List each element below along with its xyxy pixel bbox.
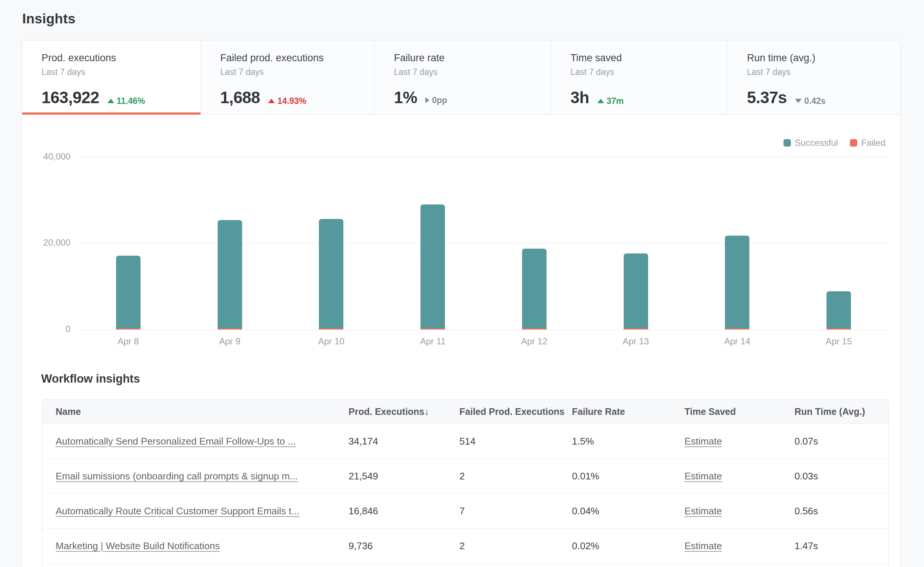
column-header-failed-prod-executions[interactable]: Failed Prod. Executions (459, 406, 572, 417)
table-header-row: Name Prod. Executions↓ Failed Prod. Exec… (42, 400, 888, 424)
bar-group (624, 253, 648, 329)
table-row: Automatically Send Personalized Email Fo… (42, 424, 888, 459)
run-time-cell: 0.56s (795, 505, 888, 517)
failure-rate-cell: 1.5% (572, 436, 685, 447)
time-saved-estimate-link[interactable]: Estimate (684, 540, 722, 551)
failed-prod-executions-cell: 2 (459, 471, 572, 482)
time-saved-estimate-link[interactable]: Estimate (684, 505, 722, 517)
card-period: Last 7 days (42, 67, 193, 77)
sort-desc-icon: ↓ (424, 406, 429, 417)
bar-successful (319, 219, 344, 328)
run-time-cell: 1.47s (795, 540, 888, 552)
bar-successful (725, 236, 749, 328)
workflow-insights-table: Name Prod. Executions↓ Failed Prod. Exec… (42, 399, 889, 567)
card-run-time-avg[interactable]: Run time (avg.) Last 7 days 5.37s 0.42s (727, 41, 900, 114)
column-header-name[interactable]: Name (42, 406, 348, 417)
column-header-failure-rate[interactable]: Failure Rate (572, 406, 685, 417)
card-value: 1% (394, 88, 417, 107)
time-saved-estimate-link[interactable]: Estimate (684, 471, 722, 482)
bar-group (420, 205, 445, 329)
legend-label: Failed (861, 138, 885, 148)
card-prod-executions[interactable]: Prod. executions Last 7 days 163,922 11.… (22, 41, 201, 114)
failed-prod-executions-cell: 7 (459, 505, 572, 517)
bar-group (116, 256, 141, 329)
bar-failed (420, 328, 445, 329)
arrow-down-icon (795, 99, 802, 103)
bar-failed (319, 328, 344, 329)
bar-successful (522, 249, 546, 328)
legend-item-successful[interactable]: Successful (783, 138, 838, 148)
insights-content: Prod. executions Last 7 days 163,922 11.… (22, 40, 901, 567)
card-delta: 0pp (425, 95, 447, 105)
prod-executions-cell: 21,549 (348, 471, 459, 482)
column-header-time-saved[interactable]: Time Saved (684, 406, 795, 417)
card-time-saved[interactable]: Time saved Last 7 days 3h 37m (551, 41, 728, 114)
bar-successful (218, 220, 242, 328)
card-period: Last 7 days (220, 67, 367, 77)
insights-panel: Successful Failed 40,000 20,000 0 Apr 8A… (22, 115, 901, 567)
bar-failed (116, 328, 141, 329)
workflow-name-link[interactable]: Automatically Route Critical Customer Su… (56, 505, 299, 517)
card-period: Last 7 days (394, 67, 544, 77)
run-time-cell: 0.07s (795, 436, 888, 447)
y-tick-label: 40,000 (22, 151, 70, 162)
column-header-run-time[interactable]: Run Time (Avg.) (795, 406, 888, 417)
card-period: Last 7 days (747, 67, 892, 77)
card-delta: 14.93% (268, 96, 306, 106)
card-value: 163,922 (42, 88, 99, 107)
metric-cards-row: Prod. executions Last 7 days 163,922 11.… (22, 40, 901, 115)
bar-failed (218, 328, 242, 329)
bar-failed (725, 328, 749, 329)
x-tick-label: Apr 15 (809, 336, 868, 347)
x-tick-label: Apr 13 (606, 336, 666, 347)
x-tick-label: Apr 9 (200, 336, 260, 347)
bar-group (826, 291, 851, 329)
y-tick-label: 0 (22, 324, 70, 334)
card-title: Failed prod. executions (220, 52, 367, 64)
table-row-partial (42, 563, 888, 567)
run-time-cell: 0.03s (795, 471, 888, 482)
workflow-name-link[interactable]: Email sumissions (onboarding call prompt… (56, 471, 298, 482)
bar-group (725, 236, 749, 329)
bar-group (319, 219, 344, 329)
bar-group (522, 249, 546, 329)
card-period: Last 7 days (571, 67, 720, 77)
card-failed-prod-executions[interactable]: Failed prod. executions Last 7 days 1,68… (201, 41, 375, 114)
x-tick-label: Apr 12 (505, 336, 564, 347)
legend-item-failed[interactable]: Failed (850, 138, 885, 148)
card-title: Time saved (571, 52, 720, 64)
card-delta: 37m (597, 96, 624, 106)
table-row: Automatically Route Critical Customer Su… (42, 493, 888, 528)
bar-failed (522, 328, 546, 329)
card-title: Run time (avg.) (747, 52, 892, 64)
x-tick-label: Apr 11 (403, 336, 462, 347)
arrow-up-icon (108, 99, 114, 103)
card-value: 5.37s (747, 88, 787, 107)
arrow-right-icon (425, 97, 429, 103)
workflow-name-link[interactable]: Automatically Send Personalized Email Fo… (56, 436, 296, 447)
failed-prod-executions-cell: 514 (459, 436, 572, 447)
y-tick-label: 20,000 (22, 238, 70, 248)
workflow-insights-title: Workflow insights (41, 372, 140, 385)
bar-successful (826, 291, 851, 328)
bar-failed (826, 328, 851, 329)
table-row: Marketing | Website Build Notifications … (42, 528, 888, 563)
column-header-prod-executions[interactable]: Prod. Executions↓ (348, 406, 459, 417)
x-tick-label: Apr 8 (99, 336, 158, 347)
arrow-up-icon (268, 99, 275, 103)
prod-executions-cell: 16,846 (348, 505, 459, 517)
failed-swatch-icon (850, 139, 857, 147)
workflow-name-link[interactable]: Marketing | Website Build Notifications (56, 540, 220, 551)
successful-swatch-icon (783, 139, 791, 147)
card-failure-rate[interactable]: Failure rate Last 7 days 1% 0pp (375, 41, 551, 114)
failure-rate-cell: 0.02% (572, 540, 685, 552)
legend-label: Successful (795, 138, 838, 148)
failure-rate-cell: 0.01% (572, 471, 685, 482)
failure-rate-cell: 0.04% (572, 505, 685, 517)
bar-successful (624, 253, 648, 328)
time-saved-estimate-link[interactable]: Estimate (684, 436, 722, 447)
arrow-up-icon (597, 99, 604, 103)
bar-successful (420, 205, 445, 328)
card-delta: 11.46% (108, 96, 146, 106)
card-value: 3h (571, 88, 589, 107)
